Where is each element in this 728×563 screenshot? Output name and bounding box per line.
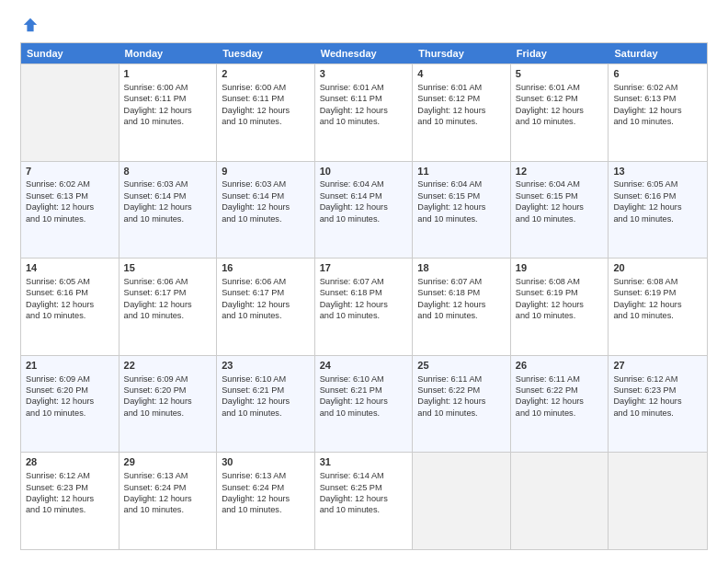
sunrise-label: Sunrise: 6:07 AM bbox=[320, 277, 384, 286]
day-number: 20 bbox=[613, 261, 702, 275]
daylight-minutes: and 10 minutes. bbox=[613, 311, 673, 320]
daylight-minutes: and 10 minutes. bbox=[26, 214, 85, 224]
sunrise-label: Sunrise: 6:02 AM bbox=[613, 83, 677, 92]
day-header-thursday: Thursday bbox=[413, 43, 511, 63]
day-number: 28 bbox=[26, 455, 114, 469]
daylight-label: Daylight: 12 hours bbox=[124, 396, 192, 406]
daylight-label: Daylight: 12 hours bbox=[516, 396, 584, 406]
daylight-minutes: and 10 minutes. bbox=[417, 214, 477, 224]
daylight-label: Daylight: 12 hours bbox=[26, 202, 94, 212]
logo-icon bbox=[22, 17, 39, 33]
sunset-label: Sunset: 6:20 PM bbox=[26, 385, 88, 395]
sunset-label: Sunset: 6:12 PM bbox=[516, 94, 578, 103]
daylight-minutes: and 10 minutes. bbox=[222, 214, 281, 224]
day-cell-20: 20 Sunrise: 6:08 AM Sunset: 6:19 PM Dayl… bbox=[609, 259, 707, 355]
daylight-label: Daylight: 12 hours bbox=[222, 202, 290, 212]
sunset-label: Sunset: 6:22 PM bbox=[417, 385, 480, 395]
sunset-label: Sunset: 6:23 PM bbox=[613, 385, 676, 395]
daylight-minutes: and 10 minutes. bbox=[613, 408, 673, 418]
sunrise-label: Sunrise: 6:08 AM bbox=[613, 277, 677, 286]
daylight-label: Daylight: 12 hours bbox=[516, 106, 584, 115]
day-number: 11 bbox=[417, 165, 506, 178]
day-cell-5: 5 Sunrise: 6:01 AM Sunset: 6:12 PM Dayli… bbox=[511, 64, 609, 161]
sunset-label: Sunset: 6:17 PM bbox=[222, 288, 284, 297]
calendar-header: SundayMondayTuesdayWednesdayThursdayFrid… bbox=[21, 43, 707, 63]
empty-cell bbox=[21, 64, 119, 161]
day-cell-19: 19 Sunrise: 6:08 AM Sunset: 6:19 PM Dayl… bbox=[511, 259, 609, 355]
day-cell-13: 13 Sunrise: 6:05 AM Sunset: 6:16 PM Dayl… bbox=[609, 162, 707, 259]
daylight-minutes: and 10 minutes. bbox=[26, 311, 85, 320]
daylight-minutes: and 10 minutes. bbox=[26, 505, 85, 514]
day-cell-30: 30 Sunrise: 6:13 AM Sunset: 6:24 PM Dayl… bbox=[217, 453, 315, 549]
daylight-minutes: and 10 minutes. bbox=[417, 117, 477, 126]
sunrise-label: Sunrise: 6:09 AM bbox=[124, 374, 188, 384]
daylight-label: Daylight: 12 hours bbox=[222, 396, 290, 406]
day-number: 27 bbox=[613, 359, 702, 373]
daylight-label: Daylight: 12 hours bbox=[613, 396, 681, 406]
daylight-minutes: and 10 minutes. bbox=[516, 311, 575, 320]
daylight-minutes: and 10 minutes. bbox=[516, 408, 575, 418]
daylight-label: Daylight: 12 hours bbox=[516, 300, 584, 309]
day-cell-18: 18 Sunrise: 6:07 AM Sunset: 6:18 PM Dayl… bbox=[413, 259, 511, 355]
daylight-label: Daylight: 12 hours bbox=[320, 494, 388, 503]
sunset-label: Sunset: 6:17 PM bbox=[124, 288, 187, 297]
daylight-label: Daylight: 12 hours bbox=[417, 396, 485, 406]
sunrise-label: Sunrise: 6:08 AM bbox=[516, 277, 580, 286]
sunset-label: Sunset: 6:12 PM bbox=[417, 94, 480, 103]
daylight-minutes: and 10 minutes. bbox=[124, 117, 184, 126]
sunrise-label: Sunrise: 6:09 AM bbox=[26, 374, 90, 384]
svg-marker-0 bbox=[24, 18, 37, 31]
day-number: 12 bbox=[516, 165, 604, 178]
calendar-row-3: 14 Sunrise: 6:05 AM Sunset: 6:16 PM Dayl… bbox=[21, 258, 707, 355]
sunrise-label: Sunrise: 6:01 AM bbox=[417, 83, 482, 92]
day-number: 15 bbox=[124, 261, 212, 275]
day-cell-26: 26 Sunrise: 6:11 AM Sunset: 6:22 PM Dayl… bbox=[511, 356, 609, 453]
day-cell-10: 10 Sunrise: 6:04 AM Sunset: 6:14 PM Dayl… bbox=[315, 162, 414, 259]
day-cell-25: 25 Sunrise: 6:11 AM Sunset: 6:22 PM Dayl… bbox=[413, 356, 511, 453]
day-number: 13 bbox=[613, 165, 702, 178]
daylight-minutes: and 10 minutes. bbox=[222, 311, 281, 320]
day-cell-12: 12 Sunrise: 6:04 AM Sunset: 6:15 PM Dayl… bbox=[511, 162, 609, 259]
day-number: 21 bbox=[26, 359, 114, 373]
daylight-label: Daylight: 12 hours bbox=[320, 106, 388, 115]
sunrise-label: Sunrise: 6:04 AM bbox=[516, 179, 580, 189]
day-cell-1: 1 Sunrise: 6:00 AM Sunset: 6:11 PM Dayli… bbox=[119, 64, 218, 161]
daylight-label: Daylight: 12 hours bbox=[26, 494, 94, 503]
sunrise-label: Sunrise: 6:01 AM bbox=[516, 83, 580, 92]
daylight-minutes: and 10 minutes. bbox=[320, 117, 380, 126]
daylight-minutes: and 10 minutes. bbox=[124, 311, 184, 320]
sunrise-label: Sunrise: 6:13 AM bbox=[222, 471, 286, 480]
daylight-label: Daylight: 12 hours bbox=[26, 396, 94, 406]
day-header-friday: Friday bbox=[511, 43, 609, 63]
sunset-label: Sunset: 6:11 PM bbox=[124, 94, 187, 103]
daylight-label: Daylight: 12 hours bbox=[124, 494, 192, 503]
day-cell-7: 7 Sunrise: 6:02 AM Sunset: 6:13 PM Dayli… bbox=[21, 162, 119, 259]
daylight-label: Daylight: 12 hours bbox=[613, 202, 681, 212]
sunset-label: Sunset: 6:15 PM bbox=[417, 191, 480, 201]
day-number: 7 bbox=[26, 165, 114, 178]
calendar: SundayMondayTuesdayWednesdayThursdayFrid… bbox=[20, 42, 708, 550]
day-number: 4 bbox=[417, 67, 506, 81]
sunrise-label: Sunrise: 6:00 AM bbox=[222, 83, 286, 92]
daylight-minutes: and 10 minutes. bbox=[26, 408, 85, 418]
daylight-minutes: and 10 minutes. bbox=[124, 214, 184, 224]
day-number: 22 bbox=[124, 359, 212, 373]
sunset-label: Sunset: 6:11 PM bbox=[222, 94, 284, 103]
sunset-label: Sunset: 6:24 PM bbox=[124, 483, 187, 492]
sunset-label: Sunset: 6:18 PM bbox=[417, 288, 480, 297]
page: SundayMondayTuesdayWednesdayThursdayFrid… bbox=[0, 0, 728, 563]
day-cell-31: 31 Sunrise: 6:14 AM Sunset: 6:25 PM Dayl… bbox=[315, 453, 414, 549]
day-number: 26 bbox=[516, 359, 604, 373]
sunrise-label: Sunrise: 6:03 AM bbox=[222, 179, 286, 189]
day-number: 19 bbox=[516, 261, 604, 275]
empty-cell bbox=[511, 453, 609, 549]
day-header-saturday: Saturday bbox=[609, 43, 707, 63]
day-header-sunday: Sunday bbox=[21, 43, 119, 63]
daylight-label: Daylight: 12 hours bbox=[320, 202, 388, 212]
day-cell-28: 28 Sunrise: 6:12 AM Sunset: 6:23 PM Dayl… bbox=[21, 453, 119, 549]
day-header-wednesday: Wednesday bbox=[315, 43, 414, 63]
calendar-row-1: 1 Sunrise: 6:00 AM Sunset: 6:11 PM Dayli… bbox=[21, 63, 707, 161]
sunset-label: Sunset: 6:13 PM bbox=[613, 94, 676, 103]
calendar-row-5: 28 Sunrise: 6:12 AM Sunset: 6:23 PM Dayl… bbox=[21, 452, 707, 549]
day-number: 30 bbox=[222, 455, 310, 469]
